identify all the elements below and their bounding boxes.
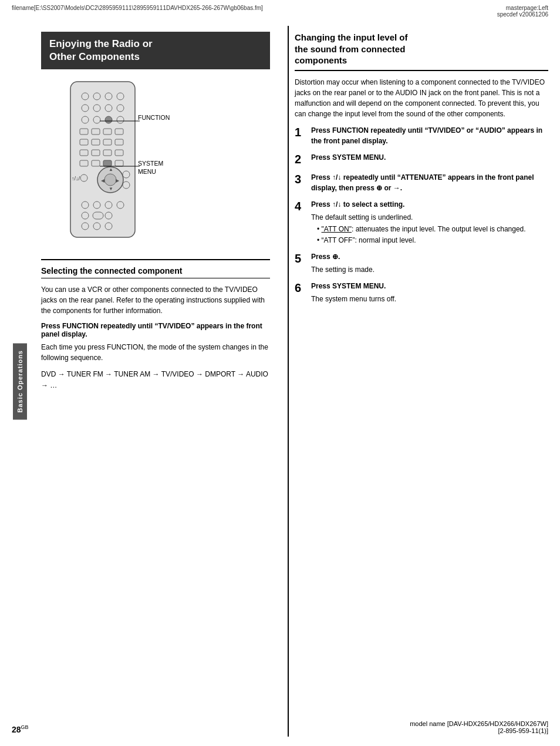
step-3-number: 3 (295, 172, 311, 186)
remote-illustration: ↑/↓/→, ▲ ▼ ◀ ▶ (59, 79, 147, 245)
att-on-label: "ATT ON" (322, 225, 352, 233)
right-column: Changing the input level of the sound fr… (288, 26, 560, 737)
svg-text:◀: ◀ (101, 178, 105, 183)
svg-rect-28 (115, 160, 123, 166)
svg-point-11 (105, 116, 112, 123)
page-footer: 28GB model name [DAV-HDX265/HDX266/HDX26… (0, 720, 560, 734)
subsection-title: Selecting the connected component (41, 266, 270, 278)
step-4-number: 4 (295, 199, 311, 213)
content-area: Enjoying the Radio or Other Components (35, 20, 560, 742)
svg-rect-14 (92, 129, 100, 135)
title-line2: Other Components (49, 51, 262, 63)
numbered-steps: 1 Press FUNCTION repeatedly until “TV/VI… (295, 125, 548, 305)
step-5-content: Press ⊕. The setting is made. (311, 251, 548, 275)
system-menu-label: SYSTEM MENU (138, 160, 163, 176)
right-section-title: Changing the input level of the sound fr… (295, 32, 548, 71)
divider-1 (41, 259, 270, 260)
step-5-sub: The setting is made. (311, 264, 548, 275)
body-text-2: Each time you press FUNCTION, the mode o… (41, 342, 270, 363)
step-4-sub: The default setting is underlined. (311, 212, 548, 223)
svg-rect-23 (103, 150, 112, 156)
sidebar: Basic Operations (0, 20, 35, 742)
svg-rect-27 (103, 160, 112, 166)
svg-rect-17 (80, 139, 88, 145)
right-intro-text: Distortion may occur when listening to a… (295, 77, 548, 119)
svg-rect-44 (93, 212, 103, 219)
page-number-sup: GB (21, 724, 29, 730)
svg-rect-18 (92, 139, 100, 145)
svg-rect-26 (92, 160, 100, 166)
sidebar-label: Basic Operations (13, 343, 27, 419)
footer-model: model name [DAV-HDX265/HDX266/HDX267W] (410, 720, 548, 727)
step-4-content: Press ↑/↓ to select a setting. The defau… (311, 199, 548, 246)
svg-rect-20 (115, 139, 123, 145)
title-line1: Enjoying the Radio or (49, 38, 262, 51)
step-6: 6 Press SYSTEM MENU. The system menu tur… (295, 281, 548, 304)
att-on-text: : attenuates the input level. The output… (352, 225, 526, 233)
svg-text:▶: ▶ (116, 178, 120, 183)
step-4-bullet-1: "ATT ON": attenuates the input level. Th… (317, 224, 548, 234)
step-2: 2 Press SYSTEM MENU. (295, 152, 548, 166)
svg-rect-21 (80, 150, 88, 156)
page-number: 28GB (12, 724, 29, 734)
step-6-content: Press SYSTEM MENU. The system menu turns… (311, 281, 548, 304)
header-right: masterpage:Left specdef v20061206 (497, 5, 548, 18)
step-3-content: Press ↑/↓ repeatedly until “ATTENUATE” a… (311, 172, 548, 193)
svg-rect-22 (92, 150, 100, 156)
remote-svg: ↑/↓/→, ▲ ▼ ◀ ▶ (59, 79, 147, 243)
step-1: 1 Press FUNCTION repeatedly until “TV/VI… (295, 125, 548, 146)
step-5: 5 Press ⊕. The setting is made. (295, 251, 548, 275)
footer-code: [2-895-959-11(1)] (410, 727, 548, 734)
svg-rect-24 (115, 150, 123, 156)
svg-rect-13 (80, 129, 88, 135)
step-6-sub: The system menu turns off. (311, 294, 548, 304)
body-text-1: You can use a VCR or other components co… (41, 284, 270, 316)
svg-rect-19 (103, 139, 112, 145)
remote-diagram: ↑/↓/→, ▲ ▼ ◀ ▶ (41, 79, 270, 245)
left-column: Enjoying the Radio or Other Components (35, 26, 282, 737)
header-specdef: specdef v20061206 (497, 11, 548, 18)
sequence-text: DVD → TUNER FM → TUNER AM → TV/VIDEO → D… (41, 369, 270, 391)
header-masterpage: masterpage:Left (497, 5, 548, 11)
svg-text:▲: ▲ (109, 167, 113, 172)
svg-text:▼: ▼ (109, 186, 113, 191)
system-menu-line1: SYSTEM (138, 160, 163, 168)
step-2-content: Press SYSTEM MENU. (311, 152, 548, 163)
svg-rect-15 (103, 129, 112, 135)
step-3: 3 Press ↑/↓ repeatedly until “ATTENUATE”… (295, 172, 548, 193)
step-6-number: 6 (295, 281, 311, 295)
page-header: filename[E:\SS2007\Models\DC2\2895959111… (0, 0, 560, 20)
svg-rect-25 (80, 160, 88, 166)
main-layout: Basic Operations Enjoying the Radio or O… (0, 20, 560, 742)
header-filename: filename[E:\SS2007\Models\DC2\2895959111… (12, 5, 263, 18)
step-5-number: 5 (295, 251, 311, 266)
bold-instruction: Press FUNCTION repeatedly until “TV/VIDE… (41, 322, 270, 338)
step-4-bullet-2: “ATT OFF”: normal input level. (317, 236, 548, 246)
svg-rect-16 (115, 129, 123, 135)
step-2-number: 2 (295, 152, 311, 166)
system-menu-line2: MENU (138, 168, 163, 176)
footer-right: model name [DAV-HDX265/HDX266/HDX267W] [… (410, 720, 548, 734)
left-section-title: Enjoying the Radio or Other Components (41, 32, 270, 69)
step-1-content: Press FUNCTION repeatedly until “TV/VIDE… (311, 125, 548, 146)
step-1-number: 1 (295, 125, 311, 139)
svg-point-32 (104, 174, 116, 186)
svg-point-30 (80, 174, 87, 182)
step-4: 4 Press ↑/↓ to select a setting. The def… (295, 199, 548, 246)
function-label: FUNCTION (138, 114, 170, 121)
